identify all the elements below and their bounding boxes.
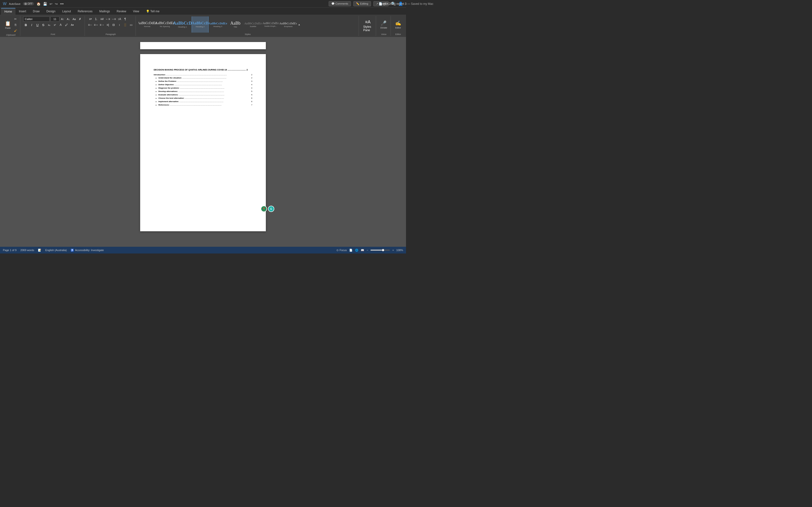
style-title[interactable]: AaBb Title — [227, 16, 244, 33]
multilevel-button[interactable]: ≡# — [99, 16, 105, 22]
style-heading3-label: Heading 3 — [213, 25, 222, 27]
show-formatting-button[interactable]: ¶ — [122, 16, 128, 22]
view-web-item[interactable]: 🌐 — [355, 249, 358, 252]
format-painter-button[interactable]: 🖌 — [13, 28, 18, 33]
dictate-button[interactable]: 🎤 Dictate — [379, 18, 389, 32]
word-count-item[interactable]: 2069 words — [20, 249, 34, 251]
styles-pane-button[interactable]: ≡A Styles Pane — [362, 17, 374, 34]
editor-group: ✍ Editor Editor — [392, 16, 405, 36]
toc-title-text: DECISION-MAKING PROCESS OF QANTAS AIRLIN… — [154, 68, 227, 71]
cut-button[interactable]: ✂ — [13, 16, 18, 22]
autosave-toggle[interactable]: OFF — [23, 2, 34, 5]
toc-entry-introduction: Introduction: ..........................… — [154, 73, 252, 76]
change-case-button[interactable]: Aa — [71, 16, 77, 22]
undo-icon[interactable]: ↩ — [50, 2, 52, 6]
sort-button[interactable]: ↕A — [117, 16, 122, 22]
align-left-button[interactable]: ≡← — [88, 22, 93, 27]
tab-tellme[interactable]: 💡 Tell me — [143, 8, 163, 15]
increase-indent-button[interactable]: →≡ — [111, 16, 116, 22]
increase-font-button[interactable]: A↑ — [60, 16, 65, 22]
justify-button[interactable]: ≡| — [105, 22, 110, 27]
style-emphasis[interactable]: AaBbCcDdEe Emphasis — [280, 16, 297, 33]
tab-mailings[interactable]: Mailings — [96, 8, 113, 15]
numbering-button[interactable]: 1. — [94, 16, 99, 22]
save-icon[interactable]: 💾 — [43, 2, 47, 6]
style-heading3[interactable]: AaBbCcDdEe Heading 3 — [209, 16, 226, 33]
highlight-button[interactable]: 🖊 — [64, 22, 69, 27]
document-area[interactable]: DECISION-MAKING PROCESS OF QANTAS AIRLIN… — [0, 37, 406, 247]
bold-button[interactable]: B — [23, 22, 29, 27]
subscript-button[interactable]: x₂ — [46, 22, 52, 27]
font-color-button[interactable]: A — [58, 22, 63, 27]
more-icon[interactable]: ••• — [60, 2, 64, 6]
toc-understand-title: Understand the situation: — [158, 77, 182, 79]
superscript-button[interactable]: x² — [52, 22, 57, 27]
tab-view[interactable]: View — [130, 8, 143, 15]
zoom-minus-item[interactable]: − — [367, 249, 368, 251]
focus-item[interactable]: ⊙ Focus — [337, 249, 347, 252]
toc-implement-dots: ........................................… — [179, 101, 251, 103]
font-color-picker[interactable]: A▾ — [69, 22, 75, 27]
comments-button[interactable]: 💬 Comments — [329, 1, 351, 6]
spelling-icon-item[interactable]: 📝 — [38, 249, 41, 252]
status-bar-right: ⊙ Focus 📄 🌐 📖 − + 108% — [337, 249, 403, 252]
align-center-button[interactable]: ≡↔ — [94, 22, 99, 27]
tab-references[interactable]: References — [74, 8, 96, 15]
style-subtitle[interactable]: AaBbCcDdEe Subtitle — [245, 16, 261, 33]
spelling-icon: 📝 — [38, 249, 41, 252]
copy-button[interactable]: ⎘ — [13, 22, 18, 27]
accessibility-item[interactable]: ♿ Accessibility: Investigate — [70, 249, 104, 252]
tab-home[interactable]: Home — [1, 8, 15, 15]
decrease-indent-button[interactable]: ←≡ — [105, 16, 110, 22]
border-button[interactable]: ▭ — [128, 22, 134, 27]
styles-pane-content: ≡A Styles Pane — [362, 16, 374, 35]
zoom-slider[interactable] — [370, 249, 390, 250]
editor-button[interactable]: ✍ Editor — [394, 18, 403, 32]
page-info-item[interactable]: Page 1 of 9 — [3, 249, 16, 251]
tab-insert[interactable]: Insert — [15, 8, 30, 15]
decrease-font-button[interactable]: A↓ — [66, 16, 71, 22]
home-icon[interactable]: 🏠 — [37, 2, 41, 6]
tab-layout[interactable]: Layout — [59, 8, 74, 15]
para-format-row2: ≡← ≡↔ ≡→ ≡| ⊟ ↕ ░ ▭ — [88, 22, 134, 27]
style-nospacing[interactable]: AaBbCcDdEe No Spacing — [156, 16, 173, 33]
style-subtitle-label: Subtitle — [250, 25, 256, 27]
accessibility-icon: ♿ — [70, 249, 74, 252]
bullet-icon-references: • — [156, 104, 157, 107]
bullets-button[interactable]: ≡• — [88, 16, 93, 22]
zoom-level-item[interactable]: 108% — [396, 249, 403, 251]
paste-button[interactable]: 📋 Paste — [3, 18, 12, 32]
clipboard-label: Clipboard — [6, 34, 15, 36]
style-normal[interactable]: AaBbCcDdEe Normal — [139, 16, 156, 33]
toc-define-problem-title: Define the Problem: — [158, 80, 177, 82]
view-read-item[interactable]: 📖 — [361, 249, 364, 252]
align-right-button[interactable]: ≡→ — [99, 22, 105, 27]
redo-icon[interactable]: ↪ — [55, 2, 58, 6]
toc-bullet-evaluate: • Evaluate alternatives: ...............… — [154, 94, 252, 96]
toc-develop-page: 5 — [251, 90, 252, 93]
underline-button[interactable]: U — [35, 22, 40, 27]
gallery-scroll-up[interactable]: ▲ — [297, 16, 301, 33]
clipboard-group: 📋 Paste ✂ ⎘ 🖌 Clipboard — [1, 16, 20, 36]
dictate-group: 🎤 Dictate Voice — [377, 16, 391, 36]
line-spacing-button[interactable]: ↕ — [117, 22, 122, 27]
style-heading1[interactable]: AaBbCcD Heading 1 — [174, 16, 191, 33]
shading-button[interactable]: ░ — [122, 22, 128, 27]
focus-label: Focus — [340, 249, 347, 251]
language-item[interactable]: English (Australia) — [45, 249, 67, 251]
tab-review[interactable]: Review — [113, 8, 130, 15]
italic-button[interactable]: I — [29, 22, 34, 27]
view-print-item[interactable]: 📄 — [349, 249, 353, 252]
font-format-row: B I U S x₂ x² A 🖊 A▾ — [23, 22, 75, 27]
style-heading2[interactable]: AaBbCcD Heading 2 — [192, 16, 209, 33]
editing-button[interactable]: ✏️ Editing — [353, 1, 371, 6]
tab-draw[interactable]: Draw — [30, 8, 43, 15]
strikethrough-button[interactable]: S — [41, 22, 46, 27]
tab-design[interactable]: Design — [43, 8, 59, 15]
columns-button[interactable]: ⊟ — [111, 22, 116, 27]
style-subtle-emph[interactable]: AaBbCcDdEe Subtle Emph... — [262, 16, 279, 33]
font-name-input[interactable] — [23, 16, 50, 22]
zoom-plus-item[interactable]: + — [392, 249, 394, 251]
clear-format-button[interactable]: ✗ — [77, 16, 83, 22]
font-size-input[interactable] — [50, 16, 59, 22]
